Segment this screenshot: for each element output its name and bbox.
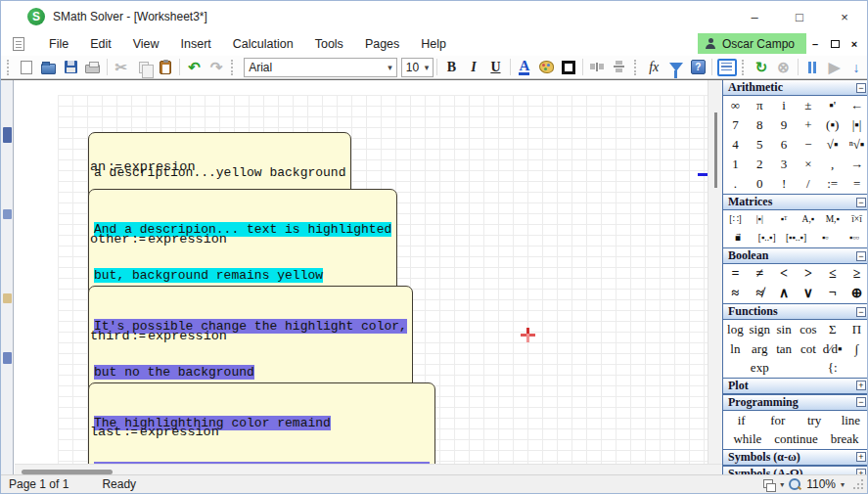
palette-symbol[interactable]: ī×ī: [845, 210, 868, 229]
menu-calculation[interactable]: Calculation: [222, 33, 304, 55]
recalculate-button[interactable]: ↻: [751, 57, 772, 77]
palette-symbol[interactable]: 7: [723, 115, 748, 135]
font-size-select[interactable]: 10 ▾: [401, 58, 434, 77]
palette-symbol[interactable]: ⁿ√▪: [845, 135, 868, 155]
palette-symbol[interactable]: ∞: [723, 96, 748, 115]
palette-symbol[interactable]: ¬: [820, 284, 845, 303]
open-button[interactable]: [37, 57, 59, 77]
palette-symbol[interactable]: cot: [796, 339, 820, 359]
palette-symbol[interactable]: ≠: [748, 264, 772, 284]
palette-symbol[interactable]: sign: [748, 320, 772, 339]
palette-symbol[interactable]: →: [845, 155, 868, 174]
expand-icon[interactable]: +: [856, 452, 866, 462]
palette-symbol[interactable]: d∕d▪: [820, 339, 845, 359]
palette-symbol[interactable]: ±: [796, 96, 820, 115]
child-close-button[interactable]: ×: [845, 35, 863, 52]
palette-symbol[interactable]: 6: [772, 135, 797, 155]
palette-symbol[interactable]: /: [796, 174, 820, 194]
palette-symbol[interactable]: ≥: [845, 264, 868, 284]
stop-button[interactable]: ⊗: [772, 57, 794, 77]
palette-symbol[interactable]: ×: [796, 155, 820, 174]
insert-function-button[interactable]: fx: [643, 57, 664, 77]
palette-symbol[interactable]: 4: [723, 135, 748, 155]
panel-header[interactable]: Boolean −: [723, 248, 868, 264]
italic-button[interactable]: I: [463, 57, 484, 77]
background-color-button[interactable]: [535, 57, 557, 77]
palette-symbol[interactable]: 1: [723, 155, 748, 174]
collapse-icon[interactable]: −: [856, 307, 866, 317]
step-button[interactable]: ↓: [845, 57, 867, 77]
expand-icon[interactable]: +: [856, 381, 866, 390]
palette-symbol[interactable]: <: [772, 264, 797, 284]
redo-button[interactable]: ↷: [206, 57, 227, 77]
panel-header[interactable]: Symbols (α-ω) +: [723, 450, 868, 466]
undo-button[interactable]: ↶: [183, 57, 205, 77]
palette-symbol[interactable]: 2: [748, 155, 772, 174]
palette-symbol[interactable]: break: [820, 429, 868, 449]
palette-symbol[interactable]: ≤: [820, 264, 845, 284]
palette-symbol[interactable]: A,▪: [796, 210, 820, 229]
palette-symbol[interactable]: =: [723, 264, 748, 284]
math-region[interactable]: third:=expression: [90, 329, 227, 343]
account-badge[interactable]: Oscar Campo: [698, 33, 806, 54]
palette-symbol[interactable]: try: [797, 411, 833, 430]
math-region[interactable]: last:=expression: [90, 425, 219, 439]
minimize-button[interactable]: –: [732, 1, 777, 32]
menu-view[interactable]: View: [122, 33, 170, 55]
palette-symbol[interactable]: exp: [723, 358, 797, 378]
border-button[interactable]: [558, 57, 579, 77]
toolbar-grip[interactable]: [7, 60, 12, 75]
palette-symbol[interactable]: ⊕: [845, 284, 868, 303]
zoom-magnifier-icon[interactable]: [789, 478, 801, 491]
palette-symbol[interactable]: while: [723, 429, 772, 449]
font-name-select[interactable]: Arial ▾: [244, 58, 397, 77]
palette-symbol[interactable]: !: [772, 174, 797, 194]
menu-edit[interactable]: Edit: [79, 33, 122, 55]
new-button[interactable]: [16, 57, 37, 77]
reference-book-button[interactable]: ?: [687, 57, 708, 77]
palette-symbol[interactable]: ≈: [723, 284, 748, 303]
palette-symbol[interactable]: ∧: [772, 284, 797, 303]
collapse-icon[interactable]: −: [856, 251, 866, 261]
maximize-button[interactable]: □: [777, 1, 822, 32]
palette-symbol[interactable]: i: [772, 96, 797, 115]
palette-symbol[interactable]: [∷]: [723, 210, 748, 229]
palette-symbol[interactable]: >: [796, 264, 820, 284]
palette-symbol[interactable]: =: [845, 174, 868, 194]
palette-symbol[interactable]: [▪▪..▪]: [782, 229, 811, 247]
palette-symbol[interactable]: [▪..▪]: [753, 229, 782, 247]
palette-symbol[interactable]: √▪: [820, 135, 845, 155]
palette-symbol[interactable]: ln: [723, 339, 748, 359]
palette-symbol[interactable]: ∫: [845, 339, 868, 359]
toolbar-grip[interactable]: [742, 60, 747, 75]
menu-tools[interactable]: Tools: [304, 33, 354, 55]
child-minimize-button[interactable]: –: [806, 35, 824, 52]
palette-symbol[interactable]: cos: [796, 320, 820, 339]
palette-symbol[interactable]: Π: [845, 320, 868, 339]
palette-symbol[interactable]: log: [723, 320, 748, 339]
palette-symbol[interactable]: .: [723, 174, 748, 194]
palette-symbol[interactable]: Σ: [820, 320, 845, 339]
chevron-down-icon[interactable]: ▾: [841, 480, 845, 489]
palette-symbol[interactable]: ∨: [796, 284, 820, 303]
palette-symbol[interactable]: ←: [845, 96, 868, 115]
panel-header[interactable]: Plot +: [723, 379, 868, 394]
vertical-scrollbar[interactable]: [708, 80, 722, 464]
palette-symbol[interactable]: for: [759, 411, 796, 430]
palette-symbol[interactable]: 8: [748, 115, 772, 135]
menu-insert[interactable]: Insert: [170, 33, 222, 55]
print-button[interactable]: [81, 57, 103, 77]
palette-symbol[interactable]: 5: [748, 135, 772, 155]
font-color-button[interactable]: A: [514, 57, 535, 77]
document-icon[interactable]: [13, 37, 24, 51]
toggle-side-panels-button[interactable]: [715, 57, 737, 77]
palette-symbol[interactable]: continue: [772, 429, 821, 449]
run-button[interactable]: ▶: [823, 57, 845, 77]
toolbar-grip[interactable]: [634, 60, 639, 75]
palette-symbol[interactable]: {:: [797, 358, 868, 378]
close-button[interactable]: ×: [822, 1, 867, 32]
palette-symbol[interactable]: if: [723, 411, 759, 430]
paste-button[interactable]: [155, 57, 176, 77]
save-button[interactable]: [60, 57, 81, 77]
chevron-down-icon[interactable]: ▾: [780, 480, 784, 489]
